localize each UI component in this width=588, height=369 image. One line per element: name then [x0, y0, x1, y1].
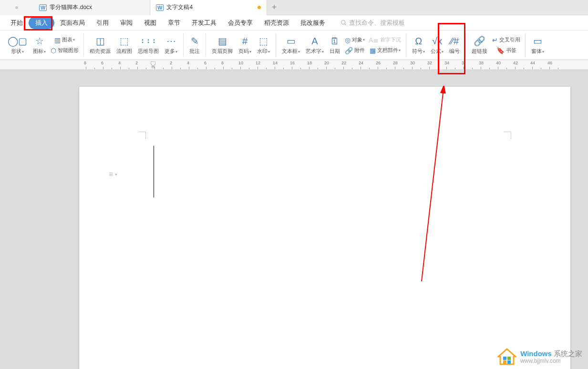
link-icon: 🔗: [474, 35, 485, 47]
textbox-button[interactable]: ▭ 文本框▾: [279, 34, 303, 56]
ribbon-toolbar: ◯▢ 形状▾ ☆ 图标▾ ▥ 图表▾ ⬡ 智能图形 ◫ 稻壳资源 ⬚ 流程图: [0, 31, 588, 60]
page-number-button[interactable]: # 页码▾: [236, 35, 254, 56]
ruler-tick: 40: [498, 60, 515, 70]
modified-indicator: [258, 6, 261, 9]
menu-insert[interactable]: 插入: [29, 17, 54, 29]
ruler-tick: 38: [481, 60, 498, 70]
crossref-button[interactable]: ↵ 交叉引用: [490, 36, 522, 44]
equation-button[interactable]: √x 公式▾: [428, 35, 446, 56]
menu-page-layout[interactable]: 页面布局: [54, 16, 91, 30]
smartart-button[interactable]: ⬡ 智能图形: [49, 46, 81, 55]
textbox-icon: ▭: [287, 35, 296, 47]
attachment-button[interactable]: 🔗 附件: [343, 46, 367, 55]
menu-member[interactable]: 会员专享: [222, 16, 258, 30]
flowchart-button[interactable]: ⬚ 流程图: [113, 34, 135, 56]
document-tab-1[interactable]: W 文字文稿4: [150, 0, 267, 15]
more-button[interactable]: ⋯ 更多▾: [162, 34, 180, 56]
margin-corner-tl: [138, 132, 146, 139]
ruler-tick: 2: [172, 60, 189, 70]
menu-references[interactable]: 引用: [91, 16, 114, 30]
ruler-tick: [155, 60, 172, 70]
ruler-tick: 12: [258, 60, 275, 70]
text-cursor: [154, 146, 154, 197]
docparts-button[interactable]: ▦ 文档部件▾: [367, 46, 403, 55]
doc-icon: W: [156, 4, 164, 11]
symbol-button[interactable]: Ω 符号▾: [409, 35, 428, 56]
comment-button[interactable]: ✎ 批注: [186, 34, 203, 56]
mindmap-button[interactable]: ᛬᛬᛬ 思维导图: [135, 35, 162, 56]
doc-icon: W: [39, 4, 47, 11]
ruler-tick: 8: [86, 60, 103, 70]
hyperlink-button[interactable]: 🔗 超链接: [469, 34, 490, 56]
header-footer-button[interactable]: ▤ 页眉页脚: [209, 34, 236, 56]
ruler-tick: 20: [326, 60, 343, 70]
document-area: ≡ ▾: [0, 70, 588, 369]
mindmap-icon: ᛬᛬᛬: [140, 36, 157, 47]
menu-docer[interactable]: 稻壳资源: [258, 16, 295, 30]
shape-icon: ◯▢: [8, 35, 27, 47]
smartart-icon: ⬡: [51, 47, 56, 54]
flowchart-icon: ⬚: [120, 35, 129, 47]
ruler-tick: 6: [206, 60, 223, 70]
bookmark-button[interactable]: 🔖 书签: [490, 46, 522, 55]
svg-rect-3: [152, 66, 154, 68]
omega-icon: Ω: [415, 36, 422, 47]
menu-home[interactable]: 开始: [5, 16, 29, 30]
ruler-tick: 4: [189, 60, 206, 70]
shape-button[interactable]: ◯▢ 形状▾: [5, 34, 30, 56]
tab-title: 文字文稿4: [166, 3, 193, 11]
watermark-button[interactable]: ⬚ 水印▾: [254, 34, 273, 56]
object-button[interactable]: ◎ 对象▾: [343, 36, 367, 44]
menu-chapter[interactable]: 章节: [162, 16, 186, 30]
object-icon: ◎: [345, 36, 351, 44]
dropcap-button[interactable]: A≣ 首字下沉: [367, 36, 403, 44]
svg-marker-2: [151, 62, 155, 66]
paragraph-float-tool[interactable]: ≡ ▾: [109, 170, 117, 179]
docer-button[interactable]: ◫ 稻壳资源: [87, 34, 113, 56]
command-search[interactable]: 查找命令、搜索模板: [340, 19, 405, 27]
ruler-tick: 3: [464, 60, 481, 70]
wordart-button[interactable]: A 艺术字▾: [303, 35, 327, 56]
ruler-tick: 10: [240, 60, 258, 70]
header-icon: ▤: [218, 35, 227, 47]
bookmark-icon: 🔖: [496, 47, 505, 54]
attachment-icon: 🔗: [345, 47, 353, 54]
equation-icon: √x: [432, 36, 442, 47]
ruler-tick: 46: [549, 60, 567, 70]
chart-icon: ▥: [54, 36, 61, 44]
new-tab-button[interactable]: +: [267, 0, 281, 15]
svg-point-0: [341, 20, 345, 24]
ruler-tick: 26: [378, 60, 395, 70]
date-button[interactable]: 🗓 日期: [327, 35, 343, 56]
menu-proofing[interactable]: 批改服务: [295, 16, 331, 30]
svg-line-1: [345, 23, 346, 25]
tab-bar: W 零分猫脚本.docx W 文字文稿4 +: [0, 0, 588, 15]
document-page[interactable]: ≡ ▾: [79, 87, 570, 369]
window-form-button[interactable]: ▭ 窗体▾: [528, 34, 547, 56]
comment-icon: ✎: [191, 35, 199, 47]
menu-devtools[interactable]: 开发工具: [186, 16, 222, 30]
ruler-tick: 4: [120, 60, 137, 70]
svg-rect-9: [503, 360, 506, 364]
menu-review[interactable]: 审阅: [114, 16, 138, 30]
document-tab-0[interactable]: W 零分猫脚本.docx: [33, 0, 150, 15]
ruler-tick: 22: [343, 60, 361, 70]
svg-rect-8: [507, 357, 511, 360]
chevron-down-icon: ▾: [115, 172, 117, 177]
ruler-indent-marker[interactable]: [151, 62, 155, 68]
menu-view[interactable]: 视图: [138, 16, 162, 30]
ruler-tick: 24: [361, 60, 378, 70]
ruler-tick: 8: [223, 60, 240, 70]
dropcap-icon: A≣: [369, 36, 379, 44]
ruler-tick: 18: [309, 60, 326, 70]
crossref-icon: ↵: [492, 36, 498, 44]
search-icon: [340, 20, 347, 26]
ruler-tick: 30: [412, 60, 429, 70]
icon-button[interactable]: ☆ 图标▾: [30, 34, 49, 56]
ruler-tick: 16: [292, 60, 309, 70]
paragraph-icon: ≡: [109, 170, 113, 179]
wordart-icon: A: [311, 36, 318, 47]
number-button[interactable]: ⁄⁄# 编号: [446, 35, 463, 56]
horizontal-ruler[interactable]: 8642246810121416182022242628303234338404…: [0, 60, 588, 70]
chart-button[interactable]: ▥ 图表▾: [49, 36, 81, 44]
